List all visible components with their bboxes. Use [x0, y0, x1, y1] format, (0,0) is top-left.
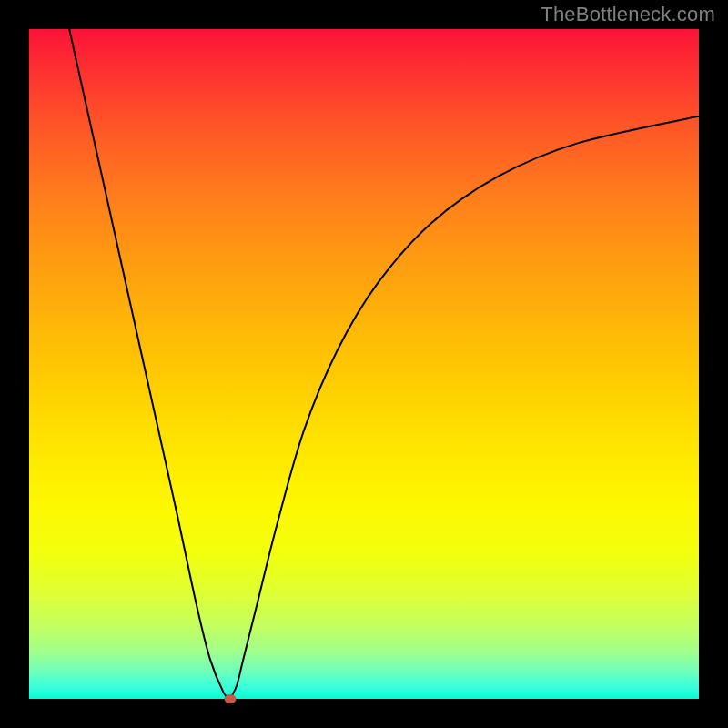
- watermark-text: TheBottleneck.com: [541, 3, 715, 26]
- curve-left-path: [69, 29, 230, 699]
- chart-frame: TheBottleneck.com: [0, 0, 728, 728]
- curve-svg: [29, 29, 699, 699]
- minimum-marker: [224, 694, 236, 703]
- plot-area: [29, 29, 699, 699]
- curve-right-path: [230, 116, 699, 699]
